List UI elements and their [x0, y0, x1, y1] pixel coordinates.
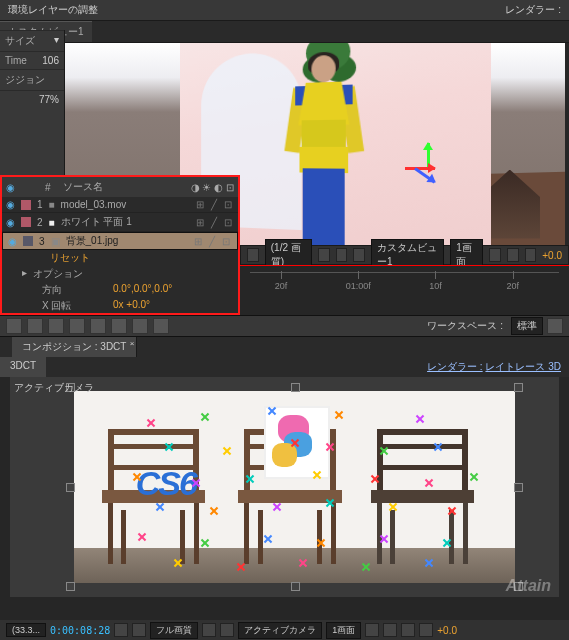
ruler-tick: 01:00f	[346, 281, 371, 291]
close-icon[interactable]: ×	[130, 339, 135, 348]
shape-tool-icon[interactable]	[132, 318, 148, 334]
renderer-label: レンダラー :	[427, 360, 483, 374]
size-label: サイズ	[5, 34, 35, 48]
sub-tab-3dct[interactable]: 3DCT	[0, 357, 46, 377]
prop-value[interactable]: 0.0°,0.0°,0.0°	[113, 283, 172, 297]
reset-button[interactable]: リセット	[42, 251, 90, 265]
env-layer-label: 環境レイヤーの調整	[8, 3, 98, 17]
viewport-comp[interactable]: アクティブカメラ CS6 Attain	[10, 377, 559, 597]
zoom-tool-icon[interactable]	[48, 318, 64, 334]
layer-row-selected[interactable]: ◉ 3 ▣ 背景_01.jpg ⊞ ╱ ⊡	[2, 232, 238, 250]
3d-figure[interactable]	[291, 53, 357, 267]
transparency-icon[interactable]	[220, 623, 234, 637]
aspect-icon[interactable]	[318, 248, 330, 262]
fast-preview-icon[interactable]	[383, 623, 397, 637]
layer-num: 2	[37, 217, 43, 228]
transform-handle[interactable]	[514, 383, 523, 392]
timecode[interactable]: 0:00:08:28	[50, 625, 110, 636]
transform-handle[interactable]	[66, 483, 75, 492]
viewport-footer-top: (1/2 画質) カスタムビュー1 1画面 +0.0	[240, 245, 569, 265]
viewport-footer-bottom: (33.3... 0:00:08:28 フル画質 アクティブカメラ 1画面 +0…	[0, 620, 569, 640]
mask-icon[interactable]	[336, 248, 348, 262]
zoom-icon[interactable]	[525, 248, 537, 262]
pan-behind-icon[interactable]	[111, 318, 127, 334]
camera-tool-icon[interactable]	[90, 318, 106, 334]
timeline-panel: ◉ # ソース名 ◑ ☀ ◐ ⊡ ◉ 1 ■ model_03.mov ⊞ ╱ …	[0, 175, 240, 315]
info-panel: サイズ▾ Time106 ジジョン 77%	[0, 30, 65, 175]
snapshot-icon[interactable]	[114, 623, 128, 637]
layer-name: 背景_01.jpg	[66, 234, 189, 248]
col-number: #	[45, 182, 51, 193]
layer-name: ホワイト 平面 1	[61, 215, 191, 229]
layer-num: 1	[37, 199, 43, 210]
visibility-toggle[interactable]: ◉	[6, 217, 15, 228]
timeline-icon[interactable]	[401, 623, 415, 637]
exposure-bottom[interactable]: +0.0	[437, 625, 457, 636]
opacity-value: 77%	[39, 94, 59, 105]
search-icon[interactable]	[547, 318, 563, 334]
time-label: Time	[5, 55, 27, 66]
prop-orientation: 方向	[42, 283, 107, 297]
screens-select-bottom[interactable]: 1画面	[326, 622, 361, 639]
camera-label: アクティブカメラ	[14, 381, 94, 395]
prop-value[interactable]: 0x +0.0°	[113, 299, 150, 313]
layer-row[interactable]: ◉ 2 ■ ホワイト 平面 1 ⊞ ╱ ⊡	[2, 213, 238, 232]
region-icon[interactable]	[202, 623, 216, 637]
ruler-tick: 20f	[506, 281, 519, 291]
grid-icon[interactable]	[247, 248, 259, 262]
option-label: オプション	[33, 267, 98, 281]
renderer-link[interactable]: レイトレース 3D	[485, 360, 561, 374]
axis-gizmo[interactable]	[405, 143, 455, 193]
view-options-icon[interactable]	[365, 623, 379, 637]
layer-num: 3	[39, 236, 45, 247]
option-twirl[interactable]: ▸	[22, 267, 27, 281]
col-source: ソース名	[63, 180, 103, 194]
workspace-select[interactable]: 標準	[511, 317, 543, 335]
channel-icon[interactable]	[132, 623, 146, 637]
quality-select-bottom[interactable]: フル画質	[150, 622, 198, 639]
time-ruler[interactable]: 20f 01:00f 10f 20f	[240, 265, 569, 315]
transform-handle[interactable]	[291, 582, 300, 591]
pen-tool-icon[interactable]	[153, 318, 169, 334]
zoom-select[interactable]: (33.3...	[6, 623, 46, 637]
transform-handle[interactable]	[291, 383, 300, 392]
watermark: Attain	[506, 577, 551, 595]
prop-xrotation: X 回転	[42, 299, 107, 313]
exposure-value[interactable]: +0.0	[542, 250, 562, 261]
layer-row[interactable]: ◉ 1 ■ model_03.mov ⊞ ╱ ⊡	[2, 197, 238, 213]
layer-color[interactable]	[23, 236, 33, 246]
transform-handle[interactable]	[66, 582, 75, 591]
selection-tool-icon[interactable]	[6, 318, 22, 334]
cs6-text-layer[interactable]: CS6	[136, 464, 196, 503]
ruler-tick: 10f	[429, 281, 442, 291]
comp-bounds[interactable]: CS6	[70, 387, 519, 587]
tab-composition[interactable]: コンポジション : 3DCT×	[12, 337, 137, 357]
duration-label: ジジョン	[5, 73, 45, 87]
guides-icon[interactable]	[353, 248, 365, 262]
flowchart-icon[interactable]	[419, 623, 433, 637]
visibility-toggle[interactable]: ◉	[8, 236, 17, 247]
renderer-label-top: レンダラー :	[505, 3, 561, 17]
workspace-label: ワークスペース :	[427, 319, 507, 333]
rotate-tool-icon[interactable]	[69, 318, 85, 334]
cam-icon[interactable]	[489, 248, 501, 262]
layer-color[interactable]	[21, 200, 31, 210]
time-value: 106	[42, 55, 59, 66]
ruler-tick: 20f	[275, 281, 288, 291]
visibility-toggle[interactable]: ◉	[6, 199, 15, 210]
eye-icon[interactable]: ◉	[6, 182, 15, 193]
camera-select[interactable]: アクティブカメラ	[238, 622, 322, 639]
layer-name: model_03.mov	[61, 199, 191, 210]
transform-handle[interactable]	[514, 483, 523, 492]
footage-layer[interactable]: CS6	[74, 391, 515, 583]
hand-tool-icon[interactable]	[27, 318, 43, 334]
pan-icon[interactable]	[507, 248, 519, 262]
layer-color[interactable]	[21, 217, 31, 227]
